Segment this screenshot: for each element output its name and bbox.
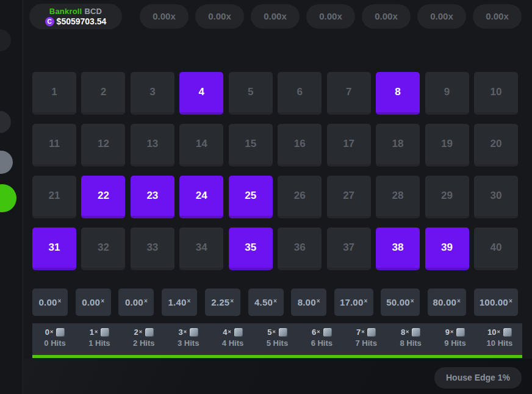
number-tile-32[interactable]: 32 [81, 227, 125, 270]
number-tile-27[interactable]: 27 [327, 176, 371, 218]
payout-value: 100.00 [480, 297, 508, 307]
number-tile-10[interactable]: 10 [474, 72, 518, 115]
number-tile-29[interactable]: 29 [425, 176, 469, 218]
number-tile-25[interactable]: 25 [229, 176, 273, 218]
hits-multiplier-value: 2 [134, 328, 138, 337]
hits-multiplier: 10× [487, 328, 512, 337]
bankroll-title: BankrollBCD [49, 7, 102, 16]
hits-cell-1: 1×1 Hits [82, 328, 117, 355]
gem-icon [412, 328, 420, 337]
multiply-symbol: × [228, 329, 231, 335]
gem-icon [56, 328, 65, 337]
payout-tile-3: 1.40× [162, 288, 197, 316]
number-tile-24[interactable]: 24 [179, 176, 223, 218]
number-tile-18[interactable]: 18 [376, 124, 420, 167]
number-tile-5[interactable]: 5 [229, 72, 273, 115]
number-tile-9[interactable]: 9 [425, 72, 469, 115]
payout-tile-4: 2.25× [205, 288, 240, 316]
number-tile-15[interactable]: 15 [229, 124, 273, 167]
house-edge-badge: House Edge 1% [434, 367, 522, 389]
hits-strip: 0×0 Hits1×1 Hits2×2 Hits3×3 Hits4×4 Hits… [32, 323, 522, 358]
bankroll-currency: BCD [84, 7, 102, 16]
number-tile-33[interactable]: 33 [131, 227, 174, 270]
hits-multiplier: 7× [356, 328, 376, 337]
number-tile-35[interactable]: 35 [229, 227, 273, 270]
number-tile-23[interactable]: 23 [131, 176, 174, 218]
gem-icon [279, 328, 287, 337]
hits-multiplier-value: 4 [223, 328, 227, 337]
payout-tile-8: 50.00× [381, 288, 420, 316]
multiply-symbol: × [317, 298, 320, 304]
number-tile-38[interactable]: 38 [376, 227, 420, 270]
number-tile-39[interactable]: 39 [425, 227, 469, 270]
number-tile-13[interactable]: 13 [131, 124, 174, 167]
number-tile-26[interactable]: 26 [278, 176, 322, 218]
sidebar-avatar-green-icon [0, 184, 16, 212]
round-multiplier-pill-4: 0.00x [362, 4, 411, 29]
payout-tile-5: 4.50× [248, 288, 284, 316]
number-tile-12[interactable]: 12 [81, 124, 125, 167]
bankroll-display[interactable]: BankrollBCD C $5059703.54 [29, 4, 122, 29]
multiply-symbol: × [457, 298, 461, 304]
number-tile-31[interactable]: 31 [32, 227, 76, 270]
payout-tile-9: 80.00× [428, 288, 467, 316]
number-tile-4[interactable]: 4 [179, 72, 223, 115]
payout-value: 50.00 [386, 297, 410, 307]
number-tile-40[interactable]: 40 [474, 227, 518, 270]
number-tile-22[interactable]: 22 [81, 176, 125, 218]
number-tile-11[interactable]: 11 [32, 124, 76, 167]
payout-value: 0.00 [38, 297, 57, 307]
bankroll-amount: $5059703.54 [57, 16, 107, 26]
number-tile-16[interactable]: 16 [278, 124, 322, 167]
multiply-symbol: × [139, 329, 142, 335]
multiply-symbol: × [364, 298, 367, 304]
number-tile-36[interactable]: 36 [278, 227, 322, 270]
hits-multiplier-value: 7 [356, 328, 361, 337]
payout-value: 1.40 [168, 297, 187, 307]
gem-icon [190, 328, 198, 337]
gem-icon [503, 328, 512, 337]
number-tile-14[interactable]: 14 [179, 124, 223, 167]
hits-count-label: 2 Hits [133, 338, 154, 348]
number-tile-17[interactable]: 17 [327, 124, 371, 167]
payout-value: 0.00 [125, 297, 143, 307]
hits-count-label: 6 Hits [311, 338, 332, 348]
hits-multiplier-value: 5 [267, 328, 271, 337]
number-tile-37[interactable]: 37 [327, 227, 371, 270]
payout-value: 2.25 [211, 297, 229, 307]
hits-cell-4: 4×4 Hits [215, 328, 251, 355]
round-multipliers: 0.00x0.00x0.00x0.00x0.00x0.00x0.00x [140, 4, 522, 29]
hits-multiplier-value: 9 [445, 328, 450, 337]
multiply-symbol: × [272, 329, 275, 335]
hits-multiplier-value: 3 [178, 328, 182, 337]
coin-icon: C [45, 17, 54, 26]
hits-cell-6: 6×6 Hits [304, 328, 339, 355]
number-tile-34[interactable]: 34 [179, 227, 223, 270]
payout-tile-2: 0.00× [118, 288, 154, 316]
multiply-symbol: × [497, 329, 500, 335]
number-tile-2[interactable]: 2 [81, 72, 125, 115]
number-tile-1[interactable]: 1 [32, 72, 76, 115]
hits-count-label: 4 Hits [222, 338, 243, 348]
multiply-symbol: × [184, 329, 187, 335]
number-tile-6[interactable]: 6 [278, 72, 322, 115]
number-tile-8[interactable]: 8 [376, 72, 420, 115]
hits-multiplier-value: 6 [312, 328, 316, 337]
number-tile-30[interactable]: 30 [474, 176, 518, 218]
number-tile-3[interactable]: 3 [131, 72, 174, 115]
bankroll-amount-row: C $5059703.54 [45, 16, 107, 26]
hits-count-label: 8 Hits [400, 338, 421, 348]
multiply-symbol: × [406, 329, 409, 335]
sidebar-avatar-icon [0, 151, 13, 174]
number-tile-7[interactable]: 7 [327, 72, 371, 115]
number-tile-19[interactable]: 19 [425, 124, 469, 167]
number-tile-20[interactable]: 20 [474, 124, 518, 167]
multiply-symbol: × [57, 298, 61, 304]
hits-cell-2: 2×2 Hits [126, 328, 162, 355]
hits-multiplier-value: 0 [45, 328, 49, 337]
number-tile-28[interactable]: 28 [376, 176, 420, 218]
number-tile-21[interactable]: 21 [32, 176, 76, 218]
round-multiplier-pill-5: 0.00x [417, 4, 466, 29]
hits-count-label: 7 Hits [356, 338, 377, 348]
hits-count-label: 0 Hits [44, 338, 65, 348]
